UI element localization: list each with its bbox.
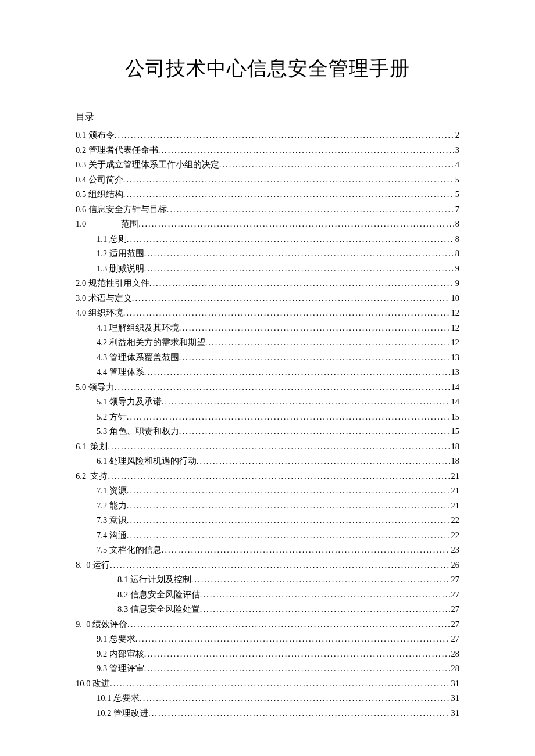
toc-entry-page: 18 <box>450 439 460 454</box>
toc-entry-page: 2 <box>454 128 459 143</box>
toc-entry[interactable]: 0.4 公司简介5 <box>76 173 459 188</box>
toc-entry-page: 18 <box>450 454 460 469</box>
toc-leader-dots <box>191 572 450 587</box>
toc-entry-page: 9 <box>454 261 459 277</box>
toc-leader-dots <box>162 543 450 558</box>
toc-entry[interactable]: 5.1 领导力及承诺14 <box>76 395 459 410</box>
toc-leader-dots <box>123 173 454 188</box>
toc-entry[interactable]: 0.5 组织结构5 <box>76 187 459 202</box>
toc-entry-label: 7.4 沟通 <box>97 528 127 543</box>
toc-entry-label: 7.2 能力 <box>97 499 127 514</box>
toc-entry-page: 8 <box>454 232 459 247</box>
toc-entry[interactable]: 4.3 管理体系覆盖范围13 <box>76 350 459 366</box>
toc-entry-label: 6.2 支持 <box>76 469 108 484</box>
toc-entry-label: 9.3 管理评审 <box>97 661 144 676</box>
toc-entry-label: 7.1 资源 <box>97 483 127 499</box>
toc-entry-label: 5.2 方针 <box>97 410 127 425</box>
toc-entry[interactable]: 1.3 删减说明9 <box>76 261 459 277</box>
toc-entry[interactable]: 10.2 管理改进31 <box>76 706 459 721</box>
toc-entry[interactable]: 7.1 资源21 <box>76 483 459 499</box>
toc-entry-page: 14 <box>450 395 460 410</box>
toc-entry-page: 9 <box>454 276 459 291</box>
toc-leader-dots <box>127 499 450 514</box>
toc-entry[interactable]: 9.1 总要求27 <box>76 632 459 647</box>
toc-entry-page: 5 <box>454 187 459 202</box>
toc-leader-dots <box>197 454 450 469</box>
toc-entry[interactable]: 8. 0 运行26 <box>76 558 459 573</box>
table-of-contents: 0.1 颁布令20.2 管理者代表任命书30.3 关于成立管理体系工作小组的决定… <box>76 128 459 721</box>
toc-leader-dots <box>144 246 454 261</box>
toc-entry[interactable]: 0.2 管理者代表任命书3 <box>76 143 459 158</box>
toc-entry-page: 10 <box>450 291 460 306</box>
toc-entry[interactable]: 6.1 策划18 <box>76 439 459 454</box>
toc-leader-dots <box>110 558 450 573</box>
toc-leader-dots <box>167 202 454 217</box>
toc-entry-page: 27 <box>450 617 460 632</box>
toc-entry-page: 14 <box>450 380 460 395</box>
toc-entry-page: 21 <box>450 499 460 514</box>
toc-entry-page: 28 <box>450 661 460 676</box>
toc-entry[interactable]: 8.1 运行计划及控制27 <box>76 572 459 587</box>
toc-leader-dots <box>115 128 454 143</box>
toc-entry-label: 4.1 理解组织及其环境 <box>97 321 179 336</box>
toc-leader-dots <box>140 691 450 706</box>
toc-entry[interactable]: 4.0 组织环境12 <box>76 306 459 321</box>
toc-entry[interactable]: 7.4 沟通22 <box>76 528 459 543</box>
toc-entry-page: 27 <box>450 572 460 587</box>
toc-entry[interactable]: 0.1 颁布令2 <box>76 128 459 143</box>
toc-entry[interactable]: 1.1 总则8 <box>76 232 459 247</box>
toc-entry[interactable]: 9.3 管理评审28 <box>76 661 459 676</box>
toc-entry[interactable]: 4.1 理解组织及其环境12 <box>76 321 459 336</box>
toc-leader-dots <box>123 187 454 202</box>
toc-leader-dots <box>127 528 450 543</box>
toc-entry-label: 9. 0 绩效评价 <box>76 617 127 632</box>
toc-entry[interactable]: 9. 0 绩效评价27 <box>76 617 459 632</box>
toc-entry-page: 26 <box>450 558 460 573</box>
toc-entry[interactable]: 2.0 规范性引用文件9 <box>76 276 459 291</box>
toc-entry[interactable]: 9.2 内部审核28 <box>76 647 459 662</box>
toc-entry-label: 0.6 信息安全方针与目标 <box>76 202 167 217</box>
toc-entry-label: 10.2 管理改进 <box>97 706 148 721</box>
toc-leader-dots <box>127 483 450 499</box>
toc-entry[interactable]: 3.0 术语与定义10 <box>76 291 459 306</box>
toc-leader-dots <box>179 350 450 366</box>
toc-entry[interactable]: 8.3 信息安全风险处置27 <box>76 602 459 617</box>
toc-leader-dots <box>200 587 450 603</box>
toc-leader-dots <box>127 513 450 528</box>
toc-leader-dots <box>108 439 450 454</box>
toc-entry[interactable]: 5.3 角色、职责和权力15 <box>76 424 459 439</box>
toc-entry[interactable]: 10.1 总要求31 <box>76 691 459 706</box>
toc-entry[interactable]: 1.2 适用范围8 <box>76 246 459 261</box>
toc-entry[interactable]: 7.3 意识22 <box>76 513 459 528</box>
toc-leader-dots <box>179 424 450 439</box>
toc-entry[interactable]: 7.5 文档化的信息23 <box>76 543 459 558</box>
toc-leader-dots <box>132 291 450 306</box>
toc-entry-label: 3.0 术语与定义 <box>76 291 132 306</box>
toc-entry-page: 7 <box>454 202 459 217</box>
toc-entry-label: 9.2 内部审核 <box>97 647 144 662</box>
toc-entry[interactable]: 5.0 领导力14 <box>76 380 459 395</box>
toc-entry-label: 1.1 总则 <box>97 232 127 247</box>
toc-entry-page: 15 <box>450 424 460 439</box>
toc-entry[interactable]: 10.0 改进31 <box>76 676 459 691</box>
toc-entry[interactable]: 8.2 信息安全风险评估27 <box>76 587 459 603</box>
toc-entry-label: 6.1 处理风险和机遇的行动 <box>97 454 197 469</box>
toc-entry[interactable]: 6.2 支持21 <box>76 469 459 484</box>
toc-entry-page: 28 <box>450 647 460 662</box>
toc-entry[interactable]: 0.6 信息安全方针与目标7 <box>76 202 459 217</box>
toc-leader-dots <box>162 395 450 410</box>
toc-entry[interactable]: 6.1 处理风险和机遇的行动18 <box>76 454 459 469</box>
toc-entry-label: 5.1 领导力及承诺 <box>97 395 162 410</box>
toc-entry-label: 8. 0 运行 <box>76 558 110 573</box>
toc-leader-dots <box>115 380 450 395</box>
toc-entry[interactable]: 0.3 关于成立管理体系工作小组的决定4 <box>76 157 459 173</box>
toc-entry[interactable]: 4.4 管理体系13 <box>76 365 459 380</box>
toc-entry[interactable]: 7.2 能力21 <box>76 499 459 514</box>
toc-leader-dots <box>144 365 450 380</box>
toc-entry[interactable]: 4.2 利益相关方的需求和期望12 <box>76 335 459 350</box>
toc-entry[interactable]: 5.2 方针15 <box>76 410 459 425</box>
toc-entry-label: 10.0 改进 <box>76 676 110 691</box>
toc-entry-page: 27 <box>450 602 460 617</box>
toc-entry-page: 5 <box>454 173 459 188</box>
toc-entry[interactable]: 1.0 范围8 <box>76 217 459 232</box>
